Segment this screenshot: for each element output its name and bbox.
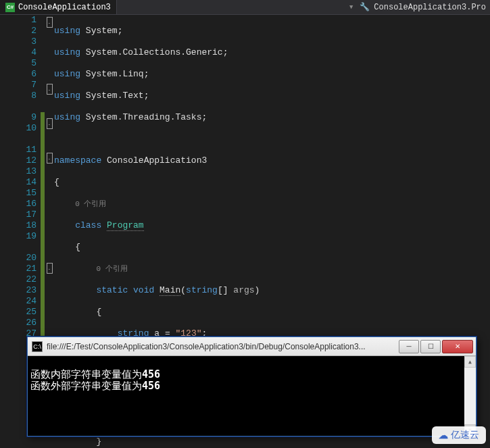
line-number: 11 [0,145,36,155]
console-titlebar[interactable]: C:\ file:///E:/Test/ConsoleApplication3/… [28,337,476,356]
line-number: 3 [0,36,36,47]
line-number: 19 [0,231,36,242]
line-number: 18 [0,220,36,231]
line-number [0,134,36,145]
line-number [0,101,36,112]
maximize-button[interactable]: ☐ [420,340,441,353]
console-scrollbar[interactable]: ▲ ▼ [464,356,476,436]
line-number: 12 [0,155,36,166]
minimize-button[interactable]: ─ [399,340,419,353]
line-number: 7 [0,80,36,91]
line-number: 5 [0,58,36,69]
line-number: 14 [0,177,36,188]
console-line-1: 函数内部字符串变量值为456 [30,368,160,380]
console-window: C:\ file:///E:/Test/ConsoleApplication3/… [27,337,476,437]
watermark-text: 亿速云 [451,429,479,441]
scroll-up-icon[interactable]: ▲ [464,356,476,368]
close-button[interactable]: ✕ [442,340,473,353]
line-number: 21 [0,264,36,274]
line-number: 16 [0,199,36,209]
line-number: 2 [0,26,36,36]
fold-toggle-icon[interactable]: - [47,118,53,129]
line-number: 17 [0,209,36,220]
console-app-icon: C:\ [32,341,43,352]
line-number: 8 [0,91,36,101]
scroll-track[interactable] [464,368,476,424]
line-number-gutter: 1234567891011121314151617181920212223242… [0,15,41,336]
code-area[interactable]: using System; using System.Collections.G… [54,15,490,336]
fold-toggle-icon[interactable]: - [47,153,53,164]
fold-toggle-icon[interactable]: - [47,17,53,28]
tab-bar: C# ConsoleApplication3 ▼ 🔧 ConsoleApplic… [0,0,490,15]
watermark-badge: ☁ 亿速云 [432,426,486,444]
project-label: ConsoleApplication3.Pro [374,3,486,12]
code-editor[interactable]: 1234567891011121314151617181920212223242… [0,15,490,336]
line-number: 20 [0,253,36,264]
wrench-icon: 🔧 [360,2,370,12]
fold-toggle-icon[interactable]: - [47,84,53,95]
tab-overflow-dropdown[interactable]: ▼ [347,4,356,11]
line-number: 10 [0,123,36,134]
console-title-text: file:///E:/Test/ConsoleApplication3/Cons… [47,342,395,351]
codelens-references[interactable]: 0 个引用 [75,200,106,208]
line-number: 23 [0,285,36,296]
codelens-references[interactable]: 0 个引用 [96,265,127,273]
line-number: 9 [0,112,36,123]
fold-column[interactable]: ----- [45,15,54,336]
watermark-logo-icon: ☁ [439,430,448,441]
line-number: 24 [0,296,36,307]
fold-toggle-icon[interactable]: - [47,263,53,274]
tab-label: ConsoleApplication3 [18,3,111,12]
console-line-2: 函数外部字符串变量值为456 [30,380,160,392]
line-number: 25 [0,307,36,318]
line-number [0,242,36,253]
line-number: 4 [0,47,36,58]
line-number: 1 [0,15,36,26]
line-number: 22 [0,274,36,285]
tab-right-area: ▼ 🔧 ConsoleApplication3.Pro [343,0,490,14]
csharp-file-icon: C# [5,3,15,12]
line-number: 13 [0,166,36,177]
tab-active[interactable]: C# ConsoleApplication3 [0,0,117,14]
line-number: 6 [0,69,36,80]
line-number: 26 [0,318,36,328]
window-buttons: ─ ☐ ✕ [399,340,476,353]
line-number: 15 [0,188,36,199]
console-output[interactable]: 函数内部字符串变量值为456 函数外部字符串变量值为456 ▲ ▼ [28,356,476,436]
